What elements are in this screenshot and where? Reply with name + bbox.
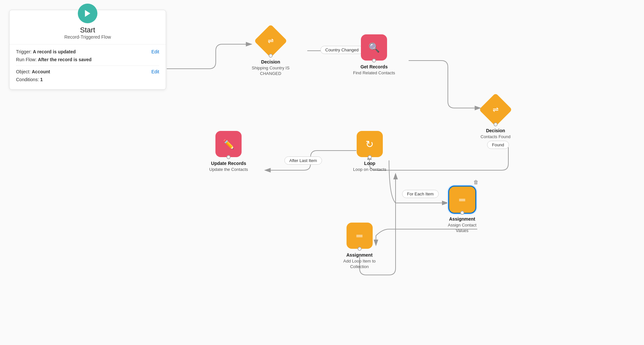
update-records-shape[interactable]: ✏️ — [215, 131, 242, 157]
trigger-text: Trigger: A record is updated — [16, 49, 76, 54]
trigger-row: Trigger: A record is updated Edit — [16, 49, 159, 54]
assignment1-sub: Assign Contact Values — [448, 223, 476, 234]
loop-shape[interactable]: ↻ — [357, 131, 383, 157]
get-records-shape[interactable]: 🔍 — [361, 34, 387, 61]
start-card: Start Record-Triggered Flow Trigger: A r… — [9, 10, 166, 90]
get-records-node[interactable]: 🔍 Get Records Find Related Contacts — [353, 34, 395, 76]
update-records-dot — [227, 155, 230, 159]
assignment2-icon: ═ — [356, 231, 362, 241]
get-records-sub: Find Related Contacts — [353, 70, 395, 76]
get-records-label: Get Records — [361, 64, 388, 70]
object-row: Object: Account Edit — [16, 69, 159, 74]
assignment2-label: Assignment — [346, 252, 372, 258]
assignment1-dot — [460, 211, 464, 215]
decision2-dot — [494, 122, 498, 126]
loop-sub: Loop on Contacts — [353, 167, 386, 172]
decision1-shape: ⇌ — [254, 24, 287, 58]
assignment1-node[interactable]: ═ 🗑 Assignment Assign Contact Values — [448, 187, 476, 234]
decision1-diamond[interactable]: ⇌ — [256, 26, 285, 56]
assignment1-label: Assignment — [449, 216, 475, 222]
assignment2-dot — [358, 247, 362, 251]
object-text: Object: Account — [16, 69, 50, 74]
assignment1-shape[interactable]: ═ — [449, 187, 475, 213]
for-each-item-pill: For Each Item — [402, 190, 439, 198]
decision1-icon: ⇌ — [268, 37, 274, 45]
decision2-node[interactable]: ⇌ Decision Contacts Found — [481, 95, 511, 140]
start-card-body: Trigger: A record is updated Edit Run Fl… — [9, 45, 166, 89]
start-icon — [78, 4, 97, 23]
update-records-label: Update Records — [211, 160, 246, 166]
decision2-label: Decision — [486, 128, 505, 134]
update-records-node[interactable]: ✏️ Update Records Update the Contacts — [209, 131, 248, 172]
found-pill: Found — [487, 141, 509, 149]
assignment2-sub: Add Loop Item to Collection — [343, 259, 376, 270]
decision1-node[interactable]: ⇌ Decision Shipping Country IS CHANGED — [252, 26, 290, 77]
loop-dot — [368, 155, 372, 159]
decision1-label: Decision — [261, 59, 280, 65]
trigger-edit-link[interactable]: Edit — [151, 49, 159, 54]
flow-canvas: Start Record-Triggered Flow Trigger: A r… — [0, 0, 644, 345]
assignment2-shape[interactable]: ═ — [347, 223, 373, 249]
start-subtitle: Record-Triggered Flow — [16, 34, 159, 40]
start-title: Start — [16, 26, 159, 34]
loop-icon: ↻ — [365, 138, 374, 150]
update-records-sub: Update the Contacts — [209, 167, 248, 172]
decision2-icon: ⇌ — [493, 105, 499, 114]
loop-label: Loop — [364, 160, 375, 166]
loop-node[interactable]: ↻ Loop Loop on Contacts — [353, 131, 386, 172]
decision2-sub: Contacts Found — [481, 134, 511, 140]
svg-marker-1 — [85, 10, 90, 17]
decision2-shape: ⇌ — [479, 93, 512, 126]
conditions-text: Conditions: 1 — [16, 77, 43, 82]
object-edit-link[interactable]: Edit — [151, 69, 159, 74]
assignment2-node[interactable]: ═ Assignment Add Loop Item to Collection — [343, 223, 376, 270]
conditions-row: Conditions: 1 — [16, 77, 159, 82]
run-flow-text: Run Flow: After the record is saved — [16, 57, 92, 62]
assignment1-icon: ═ — [459, 195, 465, 205]
play-icon — [83, 9, 92, 18]
update-records-icon: ✏️ — [223, 139, 234, 150]
get-records-icon: 🔍 — [368, 42, 380, 53]
after-last-item-pill: After Last Item — [284, 156, 322, 165]
trash-icon[interactable]: 🗑 — [473, 179, 479, 185]
decision2-diamond[interactable]: ⇌ — [481, 95, 510, 124]
get-records-dot — [372, 59, 376, 63]
decision1-dot — [269, 54, 273, 58]
start-card-header: Start Record-Triggered Flow — [9, 10, 166, 45]
decision1-sub: Shipping Country IS CHANGED — [252, 65, 290, 77]
run-flow-row: Run Flow: After the record is saved — [16, 57, 159, 62]
